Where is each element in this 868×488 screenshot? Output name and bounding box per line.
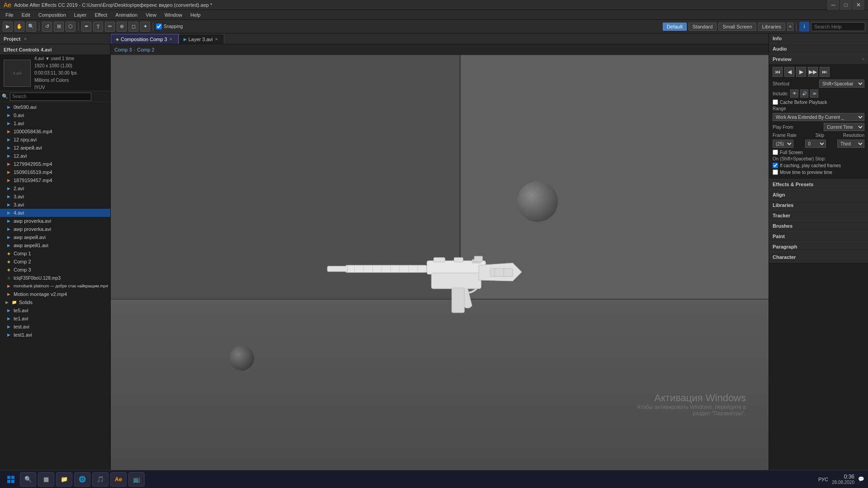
file-item-awp1[interactable]: ▶ awp proverka.avi (0, 217, 110, 225)
comp-tab-close-comp3[interactable]: ✕ (169, 37, 174, 42)
menu-window[interactable]: Window (161, 11, 186, 19)
menu-effect[interactable]: Effect (91, 11, 111, 19)
file-item-4avi[interactable]: ▶ 4.avi (0, 209, 110, 217)
maximize-button[interactable]: □ (840, 0, 852, 10)
paragraph-header[interactable]: Paragraph (769, 242, 868, 252)
file-item-test[interactable]: ▶ test.avi (0, 323, 110, 331)
file-item-comp3[interactable]: ◈ Comp 3 (0, 266, 110, 274)
file-item-te1[interactable]: ▶ te1.avi (0, 314, 110, 323)
file-item-0avi[interactable]: ▶ 0.avi (0, 111, 110, 119)
file-item-0te590[interactable]: ▶ 0te590.avi (0, 103, 110, 111)
paint-header[interactable]: Paint (769, 231, 868, 241)
tool-grid[interactable]: ⊞ (54, 22, 64, 32)
file-item-mp4-9[interactable]: ▶ 1879159457.mp4 (0, 176, 110, 184)
menu-edit[interactable]: Edit (18, 11, 34, 19)
search-help-input[interactable] (811, 22, 865, 31)
next-frame-button[interactable]: ▶▶ (808, 67, 818, 77)
taskbar-explorer[interactable]: 📁 (56, 472, 72, 487)
file-item-mp4-7[interactable]: ▶ 1279942955.mp4 (0, 160, 110, 168)
breadcrumb-comp3[interactable]: Comp 3 (114, 47, 132, 52)
menu-help[interactable]: Help (187, 11, 204, 19)
windows-start-button[interactable] (4, 472, 18, 487)
notification-icon[interactable]: 💬 (858, 476, 864, 482)
file-item-comp1[interactable]: ◈ Comp 1 (0, 249, 110, 258)
tool-puppet[interactable]: ✦ (140, 22, 150, 32)
file-item-motion[interactable]: ▶ Motion montage v2.mp4 (0, 290, 110, 298)
skip-forward-button[interactable]: ⏭ (820, 67, 830, 77)
file-item-12avi[interactable]: ▶ 12.avi (0, 152, 110, 160)
workspace-libraries[interactable]: Libraries (758, 23, 785, 31)
taskbar-task-view[interactable]: ▦ (38, 472, 54, 487)
range-select[interactable]: Work Area Extended By Current _ (773, 113, 864, 121)
preview-header[interactable]: Preview ≡ (769, 54, 868, 64)
tool-hand[interactable]: ✋ (14, 22, 24, 32)
menu-composition[interactable]: Composition (35, 11, 70, 19)
file-item-awpan1[interactable]: ▶ awp анрей.avi (0, 233, 110, 241)
file-item-3avi-b[interactable]: ▶ 3.avi (0, 201, 110, 209)
comp-tab-layer3[interactable]: ▶ Layer 3.avi ✕ (179, 34, 224, 44)
tool-3d[interactable]: ⬡ (66, 22, 75, 32)
include-audio-button[interactable]: 🔊 (800, 89, 808, 98)
tool-brush[interactable]: ✏ (105, 22, 115, 32)
include-overflow-button[interactable]: ≫ (810, 89, 818, 98)
comp-tab-comp3[interactable]: ◈ Composition Comp 3 ✕ (111, 34, 179, 44)
move-time-checkbox[interactable] (773, 169, 778, 175)
snapping-checkbox[interactable] (156, 23, 162, 29)
tool-rotate[interactable]: ↺ (42, 22, 52, 32)
file-item-mp3[interactable]: ♫ lclqF35F0boU.128.mp3 (0, 274, 110, 282)
close-button[interactable]: ✕ (853, 0, 864, 10)
taskbar-music[interactable]: 🎵 (92, 472, 108, 487)
menu-layer[interactable]: Layer (71, 11, 90, 19)
file-item-awpan2[interactable]: ▶ awp анрей1.avi (0, 241, 110, 249)
file-item-mp4-3[interactable]: ▶ 1000058436.mp4 (0, 127, 110, 136)
frame-rate-select[interactable]: (25) (773, 140, 793, 148)
taskbar-ae[interactable]: Ae (110, 472, 127, 487)
breadcrumb-comp2[interactable]: Comp 2 (137, 47, 155, 52)
file-item-3avi-a[interactable]: ▶ 3.avi (0, 192, 110, 201)
file-item-awp2[interactable]: ▶ awp proverka.avi (0, 225, 110, 233)
minimize-button[interactable]: ─ (827, 0, 839, 10)
workspace-default[interactable]: Default (663, 23, 687, 31)
file-item-solids[interactable]: ▶ 📁 Solids (0, 298, 110, 306)
tool-eraser[interactable]: ◻ (128, 22, 138, 32)
libraries-header[interactable]: Libraries (769, 200, 868, 210)
effects-presets-header[interactable]: Effects & Presets (769, 179, 868, 189)
cache-checkbox[interactable] (773, 99, 778, 105)
tool-pen[interactable]: ✒ (81, 22, 91, 32)
comp-tab-close-layer3[interactable]: ✕ (215, 37, 219, 42)
taskbar-search[interactable]: 🔍 (20, 472, 36, 487)
info-header[interactable]: Info (769, 33, 868, 43)
file-item-comp2[interactable]: ◈ Comp 2 (0, 258, 110, 266)
taskbar-browser[interactable]: 🌐 (74, 472, 90, 487)
project-search-input[interactable] (10, 93, 91, 101)
character-header[interactable]: Character (769, 252, 868, 262)
align-header[interactable]: Align (769, 190, 868, 200)
brushes-header[interactable]: Brushes (769, 221, 868, 231)
play-button[interactable]: ▶ (796, 67, 806, 77)
resolution-select[interactable]: Third Full Half (837, 140, 864, 148)
file-item-test1[interactable]: ▶ test1.avi (0, 331, 110, 339)
workspace-more[interactable]: » (787, 23, 793, 31)
menu-file[interactable]: File (2, 11, 17, 19)
tool-select[interactable]: ▶ (3, 22, 13, 32)
file-item-12anrey[interactable]: ▶ 12 анрей.avi (0, 144, 110, 152)
shortcut-select[interactable]: Shift+Spacebar (819, 80, 864, 88)
workspace-small-screen[interactable]: Small Screen (718, 23, 756, 31)
file-item-te5[interactable]: ▶ te5.avi (0, 306, 110, 314)
file-item-2avi[interactable]: ▶ 2.avi (0, 184, 110, 192)
workspace-standard[interactable]: Standard (689, 23, 717, 31)
file-item-12njxy[interactable]: ▶ 12 njxy.avi (0, 136, 110, 144)
file-item-1avi[interactable]: ▶ 1.avi (0, 119, 110, 127)
fullscreen-checkbox[interactable] (773, 150, 778, 155)
prev-frame-button[interactable]: ◀ (784, 67, 794, 77)
skip-select[interactable]: 0 (805, 140, 826, 148)
file-item-monobank[interactable]: ▶ monobank platinum — добре стає найкращ… (0, 282, 110, 290)
taskbar-app-7[interactable]: 📺 (128, 472, 145, 487)
tool-text[interactable]: T (93, 22, 103, 32)
tracker-header[interactable]: Tracker (769, 211, 868, 221)
tool-zoom[interactable]: 🔍 (26, 22, 36, 32)
menu-animation[interactable]: Animation (112, 11, 141, 19)
play-from-select[interactable]: Current Time (824, 123, 864, 131)
tool-stamp[interactable]: ⊕ (117, 22, 127, 32)
menu-view[interactable]: View (142, 11, 160, 19)
